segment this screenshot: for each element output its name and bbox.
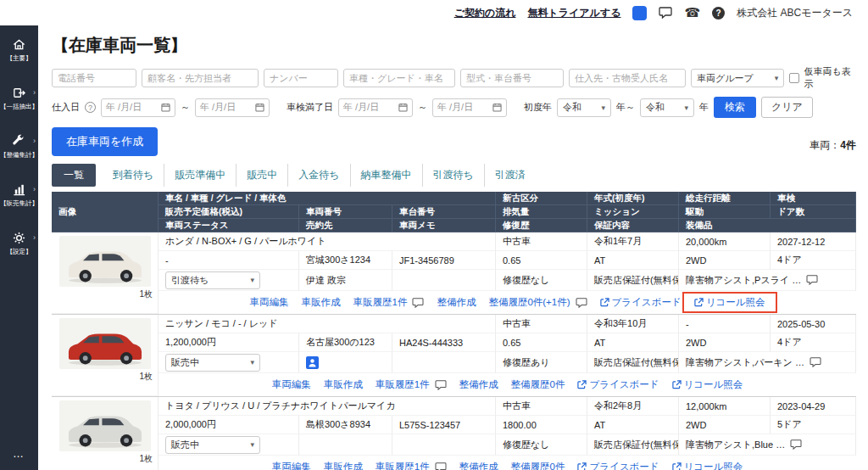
vehicle-chassis: JF1-3456789 — [392, 251, 496, 270]
purchase-date-from[interactable]: 年 /月/日 — [101, 98, 175, 117]
calendar-icon — [255, 103, 264, 112]
tab-handover-waiting[interactable]: 引渡待ち — [422, 164, 484, 187]
sidebar-item-batch-export[interactable]: › 【一括抽出】 — [0, 86, 38, 111]
search-button[interactable]: 検索 — [714, 97, 756, 118]
purchase-date-to[interactable]: 年 /月/日 — [195, 98, 270, 117]
edit-vehicle-link[interactable]: 車両編集 — [249, 296, 288, 309]
create-vehicle-button[interactable]: 在庫車両を作成 — [52, 127, 158, 156]
recall-inquiry-link[interactable]: リコール照会 — [694, 296, 765, 309]
create-maintenance-link[interactable]: 整備作成 — [459, 461, 498, 470]
col-header-doors: ドア数 — [771, 205, 856, 219]
vehicle-status-cell: 販売中 ▾ — [159, 434, 299, 456]
app-icon[interactable] — [632, 6, 647, 20]
vehicle-row: 1枚 トヨタ / プリウス / U / プラチナホワイトパールマイカ 中古車 令… — [52, 397, 856, 470]
clear-button[interactable]: クリア — [761, 97, 813, 118]
vehicle-price: 2,000,000円 — [159, 416, 299, 434]
tab-list[interactable]: 一覧 — [52, 164, 96, 187]
equipment-comment-icon[interactable] — [810, 357, 821, 367]
tab-delivery-maintenance[interactable]: 納車整備中 — [350, 164, 422, 187]
sales-history-link[interactable]: 車販履歴1件 — [376, 461, 430, 470]
maintenance-history-link[interactable]: 整備履歴0件 — [511, 378, 565, 391]
col-header-drive: 駆動 — [679, 205, 771, 219]
sidebar-item-settings[interactable]: › 【設定】 — [0, 231, 38, 256]
tab-on-sale[interactable]: 販売中 — [236, 164, 287, 187]
priceboard-link[interactable]: プライスボード — [577, 378, 659, 391]
help-icon[interactable]: ? — [712, 7, 725, 20]
contract-flow-link[interactable]: ご契約の流れ — [454, 6, 516, 20]
sidebar-item-main[interactable]: 【主要】 — [0, 37, 38, 63]
sales-comment-icon[interactable] — [412, 298, 424, 308]
sales-history-link[interactable]: 車販履歴1件 — [376, 378, 430, 391]
era-select-from[interactable]: 令和 ▾ — [557, 98, 611, 117]
maintenance-history-link[interactable]: 整備履歴0件(+1件) — [488, 296, 570, 309]
sales-history-link[interactable]: 車販履歴1件 — [353, 296, 407, 309]
photo-count: 1枚 — [139, 453, 153, 465]
equipment-comment-icon[interactable] — [790, 439, 802, 450]
vehicle-photo[interactable]: 1枚 — [52, 315, 159, 396]
create-sale-link[interactable]: 車販作成 — [324, 461, 363, 470]
priceboard-link[interactable]: プライスボード — [577, 461, 659, 470]
equipment-comment-icon[interactable] — [806, 275, 818, 285]
col-header-mileage: 総走行距離 — [679, 192, 771, 205]
col-header-repair: 修復歴 — [496, 219, 587, 232]
vehicle-photo[interactable]: 1枚 — [52, 397, 159, 470]
recall-inquiry-link[interactable]: リコール照会 — [672, 378, 743, 391]
tab-arrival-waiting[interactable]: 到着待ち — [103, 164, 164, 187]
era-select-to[interactable]: 令和 ▾ — [640, 98, 694, 117]
sales-comment-icon[interactable] — [435, 462, 447, 470]
buyer-icon[interactable] — [306, 356, 319, 369]
vehicle-model-year: 令和2年8月 — [587, 397, 679, 416]
range-tilde: ～ — [418, 101, 427, 114]
create-sale-link[interactable]: 車販作成 — [301, 296, 340, 309]
recall-inquiry-link[interactable]: リコール照会 — [672, 461, 743, 470]
vehicle-name: ホンダ / N-BOX+ / G / パールホワイト — [159, 232, 496, 251]
sidebar-item-maintenance-summary[interactable]: › 【整備集計】 — [0, 134, 38, 159]
car-image — [59, 400, 151, 451]
create-sale-link[interactable]: 車販作成 — [324, 378, 363, 391]
purchase-date-help-icon[interactable]: ? — [85, 102, 96, 113]
tab-handed-over[interactable]: 引渡済 — [484, 164, 536, 187]
priceboard-link[interactable]: プライスボード — [600, 296, 682, 309]
status-select[interactable]: 引渡待ち ▾ — [165, 271, 260, 289]
temp-vehicle-checkbox[interactable] — [789, 73, 798, 83]
phone-icon[interactable]: ☎ — [684, 5, 700, 20]
topbar: ご契約の流れ 無料トライアルする ☎ ? 株式会社 ABCモータース — [0, 0, 868, 25]
status-select[interactable]: 販売中 ▾ — [165, 354, 260, 372]
create-maintenance-link[interactable]: 整備作成 — [459, 378, 498, 391]
tab-payment-waiting[interactable]: 入金待ち — [287, 164, 349, 187]
sales-comment-icon[interactable] — [435, 380, 447, 390]
company-name: 株式会社 ABCモータース — [737, 6, 853, 20]
sidebar-item-label: 【主要】 — [7, 54, 32, 63]
sidebar-more-button[interactable]: … — [13, 447, 25, 460]
col-header-memo: 車両メモ — [392, 219, 496, 232]
edit-vehicle-link[interactable]: 車両編集 — [272, 378, 311, 391]
phone-input[interactable] — [52, 69, 136, 87]
inspection-expiry-from[interactable]: 年 /月/日 — [338, 98, 413, 117]
free-trial-link[interactable]: 無料トライアルする — [527, 6, 620, 20]
sidebar-item-sales-summary[interactable]: › 【販売集計】 — [0, 182, 38, 208]
vehicle-table: 画像 車名 / 車種 / グレード / 車体色 新古区分 年式(初度年) 総走行… — [52, 192, 856, 470]
inspection-expiry-to[interactable]: 年 /月/日 — [432, 98, 507, 117]
vehicle-photo[interactable]: 1枚 — [52, 232, 159, 314]
vehicle-group-select[interactable]: 車両グループ ▾ — [691, 69, 784, 87]
number-input[interactable] — [264, 69, 338, 87]
edit-vehicle-link[interactable]: 車両編集 — [272, 461, 311, 470]
vehicle-plate: 島根300さ8934 — [299, 416, 392, 434]
model-grade-input[interactable] — [343, 69, 455, 87]
calendar-icon — [398, 103, 408, 112]
sidebar-item-label: 【整備集計】 — [0, 151, 38, 159]
filter-row-2: 仕入日 ? 年 /月/日 ～ 年 /月/日 車検満了日 年 /月/日 ～ 年 /… — [52, 97, 856, 118]
supplier-input[interactable] — [569, 69, 686, 87]
tab-sale-preparing[interactable]: 販売準備中 — [164, 164, 236, 187]
vehicle-drive: 2WD — [679, 333, 771, 352]
maintenance-history-link[interactable]: 整備履歴0件 — [511, 461, 565, 470]
photo-count: 1枚 — [139, 371, 153, 383]
create-maintenance-link[interactable]: 整備作成 — [437, 296, 476, 309]
chassis-input[interactable] — [460, 69, 564, 87]
vehicle-transmission: AT — [587, 251, 679, 270]
chat-bubble-icon[interactable] — [659, 7, 672, 19]
customer-name-input[interactable] — [142, 69, 259, 87]
status-select[interactable]: 販売中 ▾ — [165, 436, 260, 454]
maintenance-comment-icon[interactable] — [576, 298, 587, 308]
col-header-condition: 新古区分 — [496, 192, 587, 205]
